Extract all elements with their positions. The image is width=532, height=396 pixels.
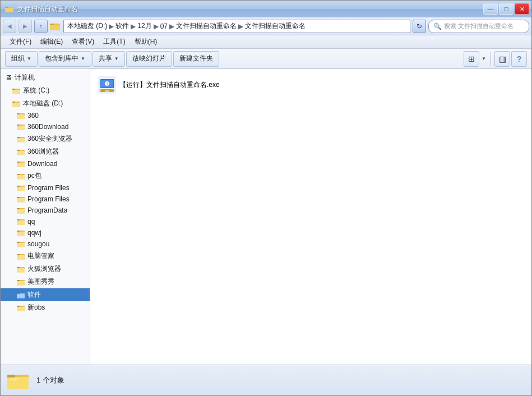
status-bar: 1 个对象 — [1, 365, 531, 395]
sidebar-item-label: Program Files — [27, 184, 70, 192]
folder-icon — [16, 195, 25, 203]
file-item-exe[interactable]: EXE 【运行】文件扫描自动重命名.exe — [95, 73, 223, 96]
svg-rect-41 — [17, 219, 20, 220]
pane-button[interactable]: ▥ — [494, 51, 510, 67]
svg-rect-31 — [17, 187, 25, 191]
sidebar-item-label: sougou — [27, 240, 49, 248]
svg-rect-34 — [17, 198, 25, 202]
organize-button[interactable]: 组织 ▼ — [5, 51, 38, 67]
sidebar-item-Program Files[interactable]: Program Files — [1, 194, 90, 205]
svg-rect-1 — [5, 8, 13, 12]
back-button[interactable]: ◀ — [3, 20, 16, 33]
computer-icon: 🖥 — [5, 73, 12, 82]
sidebar-item-360Download[interactable]: 360Download — [1, 121, 90, 132]
title-bar: 文件扫描自动重命名 — □ ✕ — [1, 1, 531, 17]
minimize-button[interactable]: — — [483, 3, 498, 15]
svg-rect-52 — [17, 268, 25, 273]
view-mode-chevron[interactable]: ▼ — [482, 56, 486, 61]
sidebar-label-drive-d: 本地磁盘 (D:) — [23, 99, 63, 108]
svg-rect-73 — [7, 375, 15, 377]
include-library-button[interactable]: 包含到库中 ▼ — [39, 51, 91, 67]
folder-icon — [16, 112, 25, 119]
svg-rect-40 — [17, 220, 25, 225]
sidebar-item-label: 软件 — [27, 290, 41, 300]
up-button[interactable]: ↑ — [34, 20, 48, 33]
menu-file[interactable]: 文件(F) — [5, 36, 36, 48]
folder-icon — [16, 291, 25, 299]
sidebar-item-drive-c[interactable]: 系统 (C:) — [1, 84, 90, 97]
sidebar-item-Download[interactable]: Download — [1, 158, 90, 169]
folder-icon — [16, 240, 25, 248]
sidebar-item-360[interactable]: 360 — [1, 110, 90, 121]
sidebar-item-电脑管家[interactable]: 电脑管家 — [1, 250, 90, 263]
svg-rect-50 — [17, 254, 20, 255]
folder-icon — [16, 252, 25, 260]
folder-icon — [16, 123, 25, 131]
close-button[interactable]: ✕ — [515, 3, 529, 15]
path-segment-6: 文件扫描自动重命名 — [245, 21, 306, 31]
search-box[interactable]: 🔍 搜索 文件扫描自动重命名 — [428, 20, 529, 33]
sidebar-item-sougou[interactable]: sougou — [1, 238, 90, 250]
svg-rect-22 — [17, 151, 25, 155]
slideshow-button[interactable]: 放映幻灯片 — [126, 51, 172, 67]
share-button[interactable]: 共享 ▼ — [92, 51, 125, 67]
folder-icon — [16, 304, 25, 312]
sidebar-label-drive-c: 系统 (C:) — [23, 86, 49, 95]
help-button[interactable]: ? — [511, 51, 527, 67]
svg-rect-62 — [17, 306, 20, 307]
folder-icon — [16, 160, 25, 168]
sidebar-item-美图秀秀[interactable]: 美图秀秀 — [1, 275, 90, 288]
sidebar-item-drive-d[interactable]: 本地磁盘 (D:) — [1, 97, 90, 110]
new-folder-button[interactable]: 新建文件夹 — [173, 51, 219, 67]
sidebar-item-label: 360浏览器 — [27, 147, 59, 156]
menu-tools[interactable]: 工具(T) — [99, 36, 129, 48]
sidebar-item-label: 360Download — [27, 123, 68, 131]
include-library-chevron: ▼ — [81, 56, 85, 61]
sidebar-item-360安全浏览器[interactable]: 360安全浏览器 — [1, 132, 90, 145]
menu-edit[interactable]: 编辑(E) — [36, 36, 67, 48]
sidebar-item-360浏览器[interactable]: 360浏览器 — [1, 145, 90, 158]
svg-rect-13 — [17, 114, 25, 119]
folder-icon — [16, 184, 25, 192]
svg-rect-20 — [17, 137, 20, 138]
svg-rect-37 — [17, 209, 25, 214]
view-mode-button[interactable]: ⊞ — [464, 51, 479, 67]
menu-help[interactable]: 帮助(H) — [130, 36, 162, 48]
address-box[interactable]: 本地磁盘 (D:) ▶ 软件 ▶ 12月 ▶ 07 ▶ 文件扫描自动重命名 ▶ … — [63, 20, 410, 33]
svg-rect-44 — [17, 231, 20, 232]
sidebar-item-Program Files[interactable]: Program Files — [1, 182, 90, 194]
status-count: 1 个对象 — [36, 375, 64, 385]
maximize-button[interactable]: □ — [499, 3, 514, 15]
path-segment-1: 本地磁盘 (D:) — [67, 21, 107, 31]
file-area[interactable]: EXE 【运行】文件扫描自动重命名.exe — [90, 69, 531, 365]
sidebar-item-火狐浏览器[interactable]: 火狐浏览器 — [1, 263, 90, 275]
svg-point-74 — [10, 377, 18, 381]
sidebar-item-新obs[interactable]: 新obs — [1, 301, 90, 314]
sidebar-item-软件[interactable]: 软件 — [1, 288, 90, 301]
sidebar-item-ProgramData[interactable]: ProgramData — [1, 205, 90, 216]
sidebar-item-qq[interactable]: qq — [1, 216, 90, 227]
sidebar-item-computer[interactable]: 🖥 计算机 — [1, 71, 90, 84]
folder-icon — [16, 218, 25, 225]
toolbar-separator — [491, 52, 491, 66]
folder-icon — [16, 229, 25, 237]
svg-rect-38 — [17, 208, 20, 209]
refresh-button[interactable]: ↻ — [413, 20, 426, 33]
drive-d-icon — [12, 100, 21, 108]
sidebar-item-label: 美图秀秀 — [27, 277, 54, 287]
svg-rect-61 — [17, 307, 25, 311]
organize-chevron: ▼ — [27, 56, 31, 61]
sidebar-item-label: qqwj — [27, 229, 41, 237]
svg-rect-26 — [17, 162, 20, 163]
sidebar-item-pc包[interactable]: pc包 — [1, 169, 90, 182]
window-title: 文件扫描自动重命名 — [17, 4, 78, 14]
window-icon — [5, 4, 14, 13]
title-bar-left: 文件扫描自动重命名 — [5, 4, 483, 14]
svg-rect-10 — [12, 103, 20, 107]
forward-button[interactable]: ▶ — [18, 20, 32, 33]
status-folder-icon — [7, 369, 30, 392]
menu-view[interactable]: 查看(V) — [67, 36, 99, 48]
address-folder-icon — [50, 22, 61, 31]
sidebar-item-qqwj[interactable]: qqwj — [1, 227, 90, 238]
path-segment-5: 文件扫描自动重命名 — [176, 21, 237, 31]
